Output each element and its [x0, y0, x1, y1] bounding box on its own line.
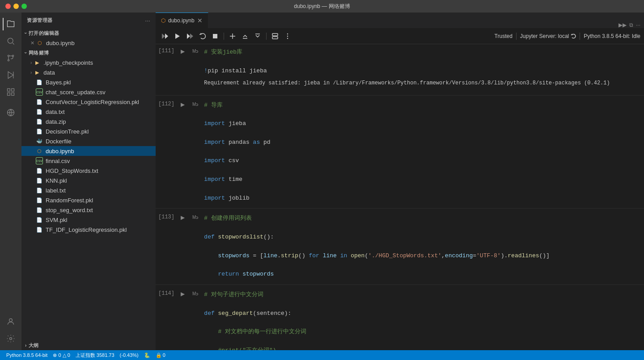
tree-item-decisiontree[interactable]: 📄 DecisionTree.pkl [21, 126, 156, 136]
svg-point-12 [10, 338, 12, 340]
split-editor-icon[interactable]: ⧉ [629, 22, 633, 28]
svg-rect-8 [8, 93, 10, 96]
notebook-content[interactable]: [111] ▶ Mↄ # 安装jieb库 !pip install jieba … [156, 44, 644, 350]
activity-extensions[interactable] [3, 84, 19, 100]
svg-rect-7 [12, 89, 14, 92]
stock-change-label: (-0.43%) [120, 352, 139, 358]
cell-body-111: # 安装jieb库 !pip install jieba Requirement… [200, 44, 644, 93]
tree-item-cnutvector[interactable]: 📄 ConutVector_LogisticRegression.pkl [21, 97, 156, 107]
run-cell-btn[interactable] [172, 31, 183, 42]
tree-item-tfidf[interactable]: 📄 TF_IDF_LogisticRegression.pkl [21, 225, 156, 234]
cell-body-113: # 创建停用词列表 def stopwordslist(): stopwords… [200, 210, 644, 283]
pkl-icon-2: 📄 [36, 98, 43, 105]
cell-run-btn-111[interactable]: ▶ [178, 47, 187, 56]
cell-code-112[interactable]: # 导库 import jieba import pandas as pd im… [204, 99, 640, 205]
cell-code-111[interactable]: # 安装jieb库 !pip install jieba [204, 46, 640, 77]
run-all-above-btn[interactable] [159, 31, 171, 42]
kernel-info[interactable]: Python 3.8.5 64-bit: Idle [584, 33, 640, 39]
move-up-btn[interactable] [239, 31, 251, 42]
open-editors-header[interactable]: › 打开的编辑器 [21, 28, 156, 38]
tree-item-svm[interactable]: 📄 SVM.pkl [21, 215, 156, 225]
status-snake-icon[interactable]: 🐍 [141, 350, 153, 360]
outline-header[interactable]: › 大纲 [21, 340, 156, 350]
activity-explorer[interactable] [3, 16, 19, 32]
tab-notebook-icon: ⬡ [161, 17, 165, 24]
tab-actions: ▶▶ ⧉ ··· [615, 22, 644, 28]
activity-settings[interactable] [3, 331, 19, 347]
minimize-button[interactable] [13, 4, 19, 9]
svg-point-1 [8, 55, 9, 56]
status-errors[interactable]: ⊗ 0 △ 0 [50, 350, 72, 360]
stop-btn[interactable] [209, 31, 221, 42]
svg-marker-13 [162, 33, 165, 39]
cell-111: [111] ▶ Mↄ # 安装jieb库 !pip install jieba … [156, 44, 644, 93]
tree-item-bayes[interactable]: 📄 Bayes.pkl [21, 77, 156, 87]
tree-item-data-folder[interactable]: › ▶ data [21, 67, 156, 77]
tree-item-randomforest[interactable]: 📄 RandomForest.pkl [21, 195, 156, 205]
run-all-below-btn[interactable] [184, 31, 196, 42]
toolbar-sep-kernel [580, 33, 580, 40]
pkl-icon-5: 📄 [36, 197, 43, 204]
cell-code-114[interactable]: # 对句子进行中文分词 def seg_depart(sentence): # … [204, 289, 640, 350]
cell-run-btn-114[interactable]: ▶ [178, 289, 187, 298]
svg-marker-16 [187, 33, 190, 39]
project-header[interactable]: › 网络赌博 [21, 48, 156, 58]
status-stock-index[interactable]: 上证指数 3581.73 [73, 350, 117, 360]
tree-item-hgd-stopwords[interactable]: 📄 HGD_StopWords.txt [21, 166, 156, 176]
split-cell-btn[interactable] [269, 31, 281, 42]
tree-item-label[interactable]: 📄 label.txt [21, 185, 156, 195]
open-editor-dubo[interactable]: ✕ ⬡ dubo.ipynb [21, 38, 156, 48]
status-python-version[interactable]: Python 3.8.5 64-bit [4, 350, 50, 360]
activity-account[interactable] [3, 314, 19, 330]
maximize-button[interactable] [21, 4, 27, 9]
tree-item-checkpoints[interactable]: › ▶ .ipynb_checkpoints [21, 58, 156, 67]
folder-icon-data: ▶ [34, 69, 41, 76]
move-down-btn[interactable] [252, 31, 263, 42]
svg-point-25 [287, 33, 288, 34]
cell-number-113: [113] [156, 210, 178, 283]
svg-marker-15 [175, 33, 180, 39]
activity-remote[interactable] [3, 105, 19, 121]
cell-run-btn-112[interactable]: ▶ [178, 100, 187, 109]
activity-run[interactable] [3, 67, 19, 83]
pkl-icon: 📄 [36, 79, 43, 86]
tab-close-button[interactable]: ✕ [197, 17, 203, 24]
sidebar-title: 资源管理器 [27, 17, 53, 24]
restart-btn[interactable] [197, 31, 208, 42]
zip-icon: 📄 [36, 118, 43, 125]
tree-item-stop-seg[interactable]: 📄 stop_seg_word.txt [21, 205, 156, 215]
activity-search[interactable] [3, 33, 19, 49]
run-all-icon[interactable]: ▶▶ [619, 22, 627, 28]
error-count-label: ⊗ 0 △ 0 [53, 352, 70, 358]
cell-mi-113: Mↄ [191, 210, 199, 283]
tree-item-data-zip[interactable]: 📄 data.zip [21, 117, 156, 126]
tree-item-chat-csv[interactable]: csv chat_score_update.csv [21, 87, 156, 97]
tree-item-knn[interactable]: 📄 KNN.pkl [21, 176, 156, 185]
cell-number-114: [114] [156, 287, 178, 350]
tab-dubo-notebook[interactable]: ⬡ dubo.ipynb ✕ [156, 13, 208, 28]
stock-index-label: 上证指数 3581.73 [76, 352, 114, 359]
close-button[interactable] [5, 4, 11, 9]
tree-item-dockerfile[interactable]: 🐳 Dockerfile [21, 136, 156, 146]
status-stock-change[interactable]: (-0.43%) [117, 350, 141, 360]
python-version-label: Python 3.8.5 64-bit [6, 352, 47, 358]
outline-chevron: › [25, 343, 27, 348]
cell-run-btn-113[interactable]: ▶ [178, 213, 187, 222]
svg-rect-6 [8, 89, 10, 92]
cell-code-113[interactable]: # 创建停用词列表 def stopwordslist(): stopwords… [204, 212, 640, 281]
folder-icon: ▶ [34, 59, 41, 66]
more-actions-icon[interactable]: ··· [636, 22, 640, 28]
more-btn[interactable] [282, 31, 293, 42]
sidebar-more-icon[interactable]: ··· [145, 17, 150, 24]
activity-source-control[interactable] [3, 50, 19, 66]
status-lock-icon[interactable]: 🔒 0 [153, 350, 168, 360]
svg-point-2 [8, 59, 9, 61]
jupyter-server-info[interactable]: Jupyter Server: local [520, 33, 576, 39]
tree-item-dubo-notebook[interactable]: ⬡ dubo.ipynb [21, 146, 156, 156]
tree-item-finnal-csv[interactable]: csv finnal.csv [21, 156, 156, 166]
folder-chevron: › [30, 60, 32, 65]
close-icon[interactable]: ✕ [30, 40, 34, 46]
tree-item-data-txt[interactable]: 📄 data.txt [21, 107, 156, 117]
trusted-badge[interactable]: Trusted [495, 33, 513, 39]
add-cell-btn[interactable] [227, 31, 238, 42]
